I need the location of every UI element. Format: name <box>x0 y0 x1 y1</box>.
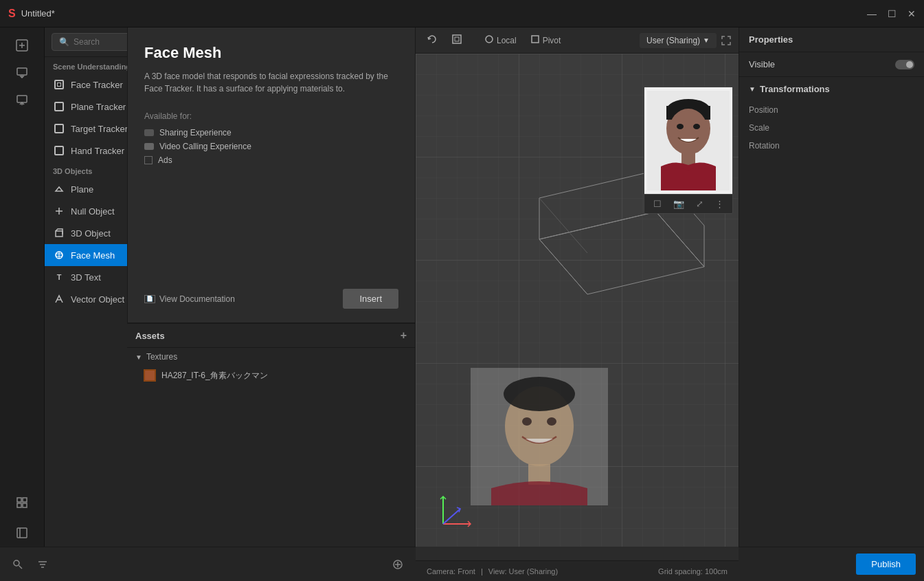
target-tracker-icon <box>53 122 65 135</box>
svg-rect-32 <box>453 35 461 43</box>
texture-item[interactable]: HA287_IT-6_角素バックマン <box>127 366 415 385</box>
svg-point-50 <box>669 109 708 153</box>
pivot-icon <box>530 34 540 46</box>
preview-resize-btn[interactable]: ⤢ <box>695 197 705 210</box>
view-status: View: User (Sharing) <box>488 567 558 575</box>
sharing-icon <box>144 129 154 136</box>
assets-title: Assets <box>135 331 165 341</box>
grid-canvas: ☐ 📷 ⤢ ⋮ <box>416 54 739 547</box>
maximize-btn[interactable]: ☐ <box>888 8 897 19</box>
import-btn[interactable] <box>10 61 34 85</box>
textures-arrow: ▼ <box>135 353 142 361</box>
svg-rect-23 <box>145 371 155 380</box>
user-label: User (Sharing) <box>646 36 700 45</box>
rotate-tool-btn[interactable] <box>421 31 443 50</box>
face-mesh-label: Face Mesh <box>71 250 115 261</box>
preview-menu-btn[interactable]: ⋮ <box>714 197 725 210</box>
status-separator: | <box>481 567 483 575</box>
position-label: Position <box>749 105 778 115</box>
popup-title: Face Mesh <box>144 44 398 62</box>
add-btn[interactable] <box>10 33 34 58</box>
upload-btn[interactable] <box>10 88 34 113</box>
ads-label: Ads <box>158 155 172 165</box>
vector-object-icon <box>53 293 65 305</box>
popup-footer: 📄 View Documentation Insert <box>144 289 398 309</box>
visible-toggle[interactable] <box>895 60 914 69</box>
pivot-label: Pivot <box>543 36 561 45</box>
available-video: Video Calling Experience <box>144 142 398 151</box>
view-documentation-link[interactable]: 📄 View Documentation <box>144 294 235 304</box>
visible-section: Visible <box>739 52 924 77</box>
user-sharing-btn[interactable]: User (Sharing) ▼ <box>640 33 717 48</box>
face-tracker-icon <box>53 78 65 91</box>
textures-section[interactable]: ▼ Textures <box>127 348 415 366</box>
sharing-label: Sharing Experience <box>159 128 232 138</box>
preview-square-btn[interactable]: ☐ <box>652 197 663 210</box>
minimize-btn[interactable]: — <box>867 8 877 19</box>
assets-add-btn[interactable]: + <box>401 329 407 342</box>
face-mesh-popup: Face Mesh A 3D face model that responds … <box>127 28 416 323</box>
search-bottom-btn[interactable] <box>8 555 27 574</box>
available-ads: Ads <box>144 155 398 165</box>
search-icon: 🔍 <box>59 37 69 47</box>
frame-icon <box>451 34 462 47</box>
properties-header: Properties <box>749 34 793 45</box>
transformations-header[interactable]: ▼ Transformations <box>739 77 924 101</box>
close-btn[interactable]: ✕ <box>908 8 916 19</box>
window-controls: — ☐ ✕ <box>867 8 916 19</box>
pivot-btn[interactable]: Pivot <box>525 32 567 49</box>
insert-button[interactable]: Insert <box>343 289 398 309</box>
svg-rect-17 <box>17 503 21 507</box>
app-title: Untitled* <box>21 8 55 19</box>
svg-marker-0 <box>56 187 63 191</box>
doc-icon: 📄 <box>144 295 155 303</box>
svg-point-52 <box>693 124 700 129</box>
vector-object-label: Vector Object <box>71 294 124 305</box>
grid-btn[interactable] <box>10 490 34 515</box>
add-asset-btn[interactable] <box>388 555 407 574</box>
svg-rect-35 <box>532 36 539 43</box>
svg-rect-15 <box>17 498 21 502</box>
visible-label: Visible <box>749 59 775 69</box>
video-label: Video Calling Experience <box>159 142 251 151</box>
plane-icon <box>53 183 65 195</box>
svg-rect-13 <box>17 96 27 102</box>
svg-rect-19 <box>17 528 27 538</box>
plane-label: Plane <box>71 184 93 195</box>
3d-text-icon: T <box>53 271 65 283</box>
frame-tool-btn[interactable] <box>446 31 468 50</box>
svg-point-56 <box>504 377 575 411</box>
svg-line-25 <box>19 565 23 569</box>
expand-viewport-btn[interactable] <box>719 34 733 47</box>
properties-header-section: Properties <box>739 28 924 52</box>
svg-rect-3 <box>56 231 63 237</box>
svg-rect-53 <box>681 151 695 165</box>
book-btn[interactable] <box>10 520 34 545</box>
user-preview-panel: ☐ 📷 ⤢ ⋮ <box>644 87 733 214</box>
svg-rect-33 <box>455 37 459 41</box>
right-panel: Properties Visible ▼ Transformations Pos… <box>739 28 924 547</box>
svg-rect-11 <box>17 68 27 75</box>
texture-thumbnail <box>144 369 156 382</box>
svg-point-24 <box>14 560 19 566</box>
ads-icon <box>144 156 153 164</box>
preview-camera-btn[interactable]: 📷 <box>672 197 686 210</box>
available-sharing: Sharing Experience <box>144 128 398 138</box>
3d-object-icon <box>53 227 65 239</box>
face-in-viewport <box>471 368 608 505</box>
user-preview-image <box>644 87 732 194</box>
plane-tracker-label: Plane Tracker <box>71 102 126 112</box>
publish-button[interactable]: Publish <box>856 553 916 575</box>
transformations-arrow: ▼ <box>749 85 756 93</box>
svg-point-58 <box>547 417 556 426</box>
texture-name: HA287_IT-6_角素バックマン <box>161 370 268 382</box>
video-icon <box>144 143 154 150</box>
local-btn[interactable]: Local <box>479 32 522 49</box>
viewport: Local Pivot User (Sharing) ▼ <box>416 28 739 547</box>
face-mesh-icon <box>53 249 65 261</box>
rotation-prop: Rotation <box>739 137 924 155</box>
filter-bottom-btn[interactable] <box>33 555 52 574</box>
plane-tracker-icon <box>53 100 65 113</box>
null-object-label: Null Object <box>71 206 115 217</box>
hand-tracker-label: Hand Tracker <box>71 146 124 156</box>
